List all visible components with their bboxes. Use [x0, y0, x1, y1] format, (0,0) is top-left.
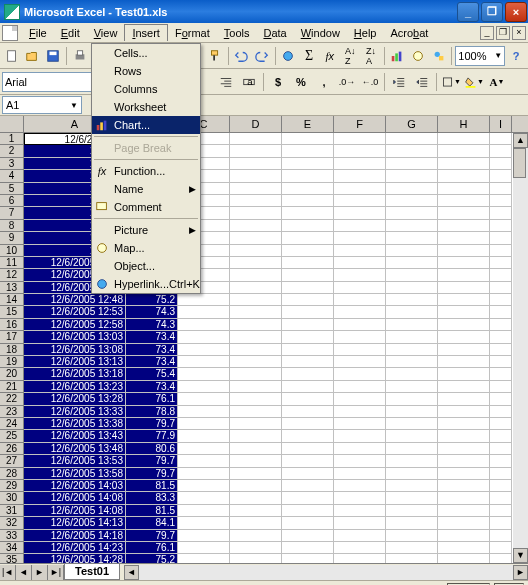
cell[interactable]	[334, 430, 386, 442]
cell[interactable]	[230, 418, 282, 430]
scroll-thumb[interactable]	[513, 148, 526, 178]
cell[interactable]	[438, 492, 490, 504]
cell[interactable]: 12/6/2005 14:13	[24, 517, 126, 529]
cell[interactable]	[438, 145, 490, 157]
hscroll-track[interactable]	[139, 565, 513, 580]
cell[interactable]: 79.7	[126, 418, 178, 430]
cell[interactable]	[386, 554, 438, 563]
menu-insert-worksheet[interactable]: Worksheet	[92, 98, 200, 116]
cell[interactable]	[334, 368, 386, 380]
cell[interactable]	[438, 455, 490, 467]
cell[interactable]: 81.5	[126, 505, 178, 517]
cell[interactable]	[178, 356, 230, 368]
cell[interactable]	[490, 505, 512, 517]
cell[interactable]	[178, 480, 230, 492]
cell[interactable]	[230, 294, 282, 306]
cell[interactable]	[230, 245, 282, 257]
function-button[interactable]: fx	[320, 45, 340, 67]
cell[interactable]	[178, 319, 230, 331]
decrease-decimal-button[interactable]: ←.0	[359, 71, 381, 93]
cell[interactable]	[438, 133, 490, 145]
cell[interactable]	[490, 517, 512, 529]
cell[interactable]	[178, 505, 230, 517]
cell[interactable]	[386, 306, 438, 318]
cell[interactable]: 12/6/2005 13:33	[24, 406, 126, 418]
cell[interactable]	[282, 319, 334, 331]
menu-insert-object[interactable]: Object...	[92, 257, 200, 275]
cell[interactable]	[490, 554, 512, 563]
cell[interactable]	[438, 158, 490, 170]
col-header-i[interactable]: I	[490, 116, 512, 132]
cell[interactable]	[178, 344, 230, 356]
borders-button[interactable]: ▼	[440, 71, 462, 93]
cell[interactable]	[438, 505, 490, 517]
cell[interactable]	[282, 183, 334, 195]
cell[interactable]	[334, 492, 386, 504]
cell[interactable]	[282, 492, 334, 504]
cell[interactable]	[490, 145, 512, 157]
cell[interactable]	[490, 220, 512, 232]
cell[interactable]	[438, 381, 490, 393]
help-button[interactable]: ?	[506, 45, 526, 67]
menu-view[interactable]: View	[87, 25, 125, 41]
row-header[interactable]: 22	[0, 393, 24, 405]
row-header[interactable]: 32	[0, 517, 24, 529]
cell[interactable]	[282, 294, 334, 306]
row-header[interactable]: 29	[0, 480, 24, 492]
cell[interactable]	[386, 170, 438, 182]
row-header[interactable]: 17	[0, 331, 24, 343]
cell[interactable]	[282, 430, 334, 442]
cell[interactable]	[334, 393, 386, 405]
cell[interactable]	[178, 368, 230, 380]
zoom-combo[interactable]: ▼	[455, 46, 505, 66]
cell[interactable]	[386, 183, 438, 195]
cell[interactable]	[230, 480, 282, 492]
cell[interactable]	[178, 294, 230, 306]
cell[interactable]	[386, 492, 438, 504]
row-header[interactable]: 33	[0, 530, 24, 542]
row-header[interactable]: 8	[0, 220, 24, 232]
menu-insert-name[interactable]: Name▶	[92, 180, 200, 198]
print-button[interactable]	[70, 45, 90, 67]
doc-close[interactable]: ×	[512, 26, 526, 40]
cell[interactable]	[438, 418, 490, 430]
menu-insert-columns[interactable]: Columns	[92, 80, 200, 98]
cell[interactable]	[386, 220, 438, 232]
cell[interactable]	[178, 468, 230, 480]
cell[interactable]	[438, 294, 490, 306]
menu-data[interactable]: Data	[256, 25, 293, 41]
cell[interactable]: 76.1	[126, 393, 178, 405]
cell[interactable]	[178, 381, 230, 393]
cell[interactable]: 77.9	[126, 430, 178, 442]
cell[interactable]	[334, 257, 386, 269]
cell[interactable]	[334, 517, 386, 529]
cell[interactable]	[490, 257, 512, 269]
cell[interactable]: 81.5	[126, 480, 178, 492]
col-header-f[interactable]: F	[334, 116, 386, 132]
row-header[interactable]: 10	[0, 245, 24, 257]
cell[interactable]: 75.2	[126, 294, 178, 306]
menu-insert-cells[interactable]: Cells...	[92, 44, 200, 62]
cell[interactable]	[334, 331, 386, 343]
cell[interactable]	[438, 195, 490, 207]
close-button[interactable]: ×	[505, 2, 527, 22]
cell[interactable]: 84.1	[126, 517, 178, 529]
menu-insert-map[interactable]: Map...	[92, 239, 200, 257]
hscroll-right[interactable]: ►	[513, 565, 528, 580]
row-header[interactable]: 19	[0, 356, 24, 368]
cell[interactable]	[282, 554, 334, 563]
cell[interactable]	[386, 195, 438, 207]
scroll-up-button[interactable]: ▲	[513, 133, 528, 148]
cell[interactable]	[282, 306, 334, 318]
cell[interactable]	[386, 368, 438, 380]
cell[interactable]: 73.4	[126, 381, 178, 393]
cell[interactable]	[334, 530, 386, 542]
cell[interactable]: 12/6/2005 13:13	[24, 356, 126, 368]
tab-nav-last[interactable]: ►|	[48, 565, 64, 580]
cell[interactable]	[490, 269, 512, 281]
cell[interactable]	[438, 183, 490, 195]
row-header[interactable]: 11	[0, 257, 24, 269]
cell[interactable]	[386, 145, 438, 157]
cell[interactable]	[230, 505, 282, 517]
row-header[interactable]: 14	[0, 294, 24, 306]
